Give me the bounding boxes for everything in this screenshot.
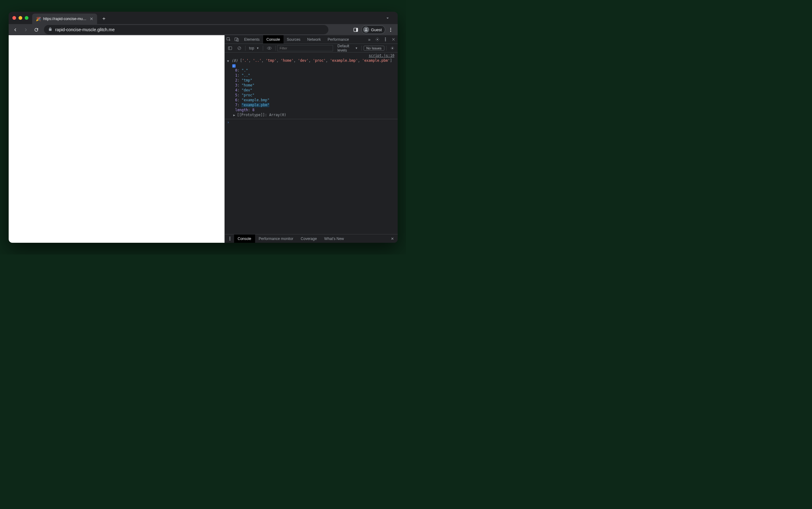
tab-title: https://rapid-concise-muscle.g <box>43 17 87 21</box>
close-window-button[interactable] <box>12 16 16 20</box>
array-summary: (8) ['.', '..', 'tmp', 'home', 'dev', 'p… <box>231 58 392 63</box>
browser-window: 🎉 https://rapid-concise-muscle.g ✕ ＋ rap… <box>9 12 398 243</box>
title-bar: 🎉 https://rapid-concise-muscle.g ✕ ＋ <box>9 12 398 24</box>
devtools-panel: Elements Console Sources Network Perform… <box>224 35 398 243</box>
devtools-close-button[interactable] <box>389 37 398 42</box>
console-settings-button[interactable] <box>388 45 397 52</box>
svg-point-10 <box>385 39 385 39</box>
context-selector[interactable]: top▼ <box>247 45 261 52</box>
url-text: rapid-concise-muscle.glitch.me <box>55 27 115 32</box>
array-item-row[interactable]: 4: "dev" <box>225 88 398 93</box>
lock-icon <box>48 27 52 32</box>
more-tabs-button[interactable]: » <box>366 37 374 42</box>
clear-console-button[interactable] <box>235 45 243 52</box>
log-levels-selector[interactable]: Default levels▼ <box>336 45 360 52</box>
console-output[interactable]: script.js:10 ▼ (8) ['.', '..', 'tmp', 'h… <box>225 53 398 234</box>
array-item-row[interactable]: 0: "." <box>225 68 398 73</box>
new-tab-button[interactable]: ＋ <box>100 14 108 23</box>
svg-point-17 <box>229 238 230 239</box>
devtools-tabbar: Elements Console Sources Network Perform… <box>225 35 398 44</box>
forward-button[interactable] <box>22 25 30 34</box>
drawer-menu-button[interactable] <box>226 236 234 241</box>
svg-rect-1 <box>356 28 358 31</box>
live-expression-button[interactable] <box>265 45 274 52</box>
svg-point-14 <box>269 47 270 48</box>
reload-button[interactable] <box>32 25 41 34</box>
info-icon[interactable]: i <box>232 64 236 68</box>
array-item-row[interactable]: 2: "tmp" <box>225 78 398 83</box>
devtools-tab-elements[interactable]: Elements <box>241 35 263 43</box>
drawer-tab-console[interactable]: Console <box>234 234 255 243</box>
tab-close-icon[interactable]: ✕ <box>90 16 93 21</box>
svg-point-3 <box>390 29 391 30</box>
svg-point-16 <box>229 237 230 238</box>
array-item-row[interactable]: 1: ".." <box>225 73 398 78</box>
svg-point-15 <box>392 47 393 49</box>
console-prompt[interactable]: › <box>225 119 398 125</box>
minimize-window-button[interactable] <box>19 16 22 20</box>
console-toolbar: top▼ Default levels▼ No Issues <box>225 44 398 53</box>
array-item-row[interactable]: 7: "example.pbm" <box>225 103 398 107</box>
devtools-tab-console[interactable]: Console <box>263 35 284 43</box>
expand-toggle[interactable]: ▼ <box>227 59 229 64</box>
console-log-row[interactable]: ▼ (8) ['.', '..', 'tmp', 'home', 'dev', … <box>225 58 398 68</box>
array-length-row: length: 8 <box>225 107 398 112</box>
drawer-close-button[interactable]: ✕ <box>388 237 397 241</box>
devtools-tab-sources[interactable]: Sources <box>284 35 304 43</box>
devtools-tab-performance[interactable]: Performance <box>324 35 352 43</box>
array-item-row[interactable]: 6: "example.bmp" <box>225 98 398 103</box>
avatar-icon <box>363 27 369 33</box>
svg-point-4 <box>390 31 391 32</box>
devtools-tab-network[interactable]: Network <box>304 35 324 43</box>
svg-point-9 <box>385 38 385 38</box>
console-filter-input[interactable] <box>277 45 333 51</box>
maximize-window-button[interactable] <box>25 16 28 20</box>
profile-button[interactable]: Guest <box>362 25 385 34</box>
devtools-menu-button[interactable] <box>381 37 389 42</box>
array-item-row[interactable]: 5: "proc" <box>225 93 398 98</box>
console-sidebar-toggle[interactable] <box>226 45 234 52</box>
content-area: Elements Console Sources Network Perform… <box>9 35 398 243</box>
inspect-element-button[interactable] <box>225 35 233 43</box>
devtools-drawer: Console Performance monitor Coverage Wha… <box>225 234 398 243</box>
svg-rect-6 <box>235 38 238 41</box>
source-link[interactable]: script.js:10 <box>225 53 398 58</box>
svg-point-2 <box>390 28 391 29</box>
device-toolbar-button[interactable] <box>233 35 241 43</box>
chrome-menu-button[interactable] <box>386 25 395 34</box>
omnibox[interactable]: rapid-concise-muscle.glitch.me <box>44 25 329 34</box>
array-item-row[interactable]: 3: "home" <box>225 83 398 88</box>
devtools-settings-button[interactable] <box>374 37 381 42</box>
svg-point-8 <box>377 39 378 40</box>
address-bar: rapid-concise-muscle.glitch.me Guest <box>9 24 398 35</box>
issues-button[interactable]: No Issues <box>364 46 384 50</box>
back-button[interactable] <box>11 25 20 34</box>
tab-overview-button[interactable] <box>383 13 392 22</box>
svg-point-18 <box>229 240 230 240</box>
svg-rect-5 <box>227 38 229 40</box>
page-viewport[interactable] <box>9 35 224 243</box>
window-controls <box>12 16 28 20</box>
tab-favicon: 🎉 <box>36 17 41 21</box>
drawer-tab-whatsnew[interactable]: What's New <box>321 234 348 243</box>
drawer-tab-perfmon[interactable]: Performance monitor <box>255 234 297 243</box>
prototype-row[interactable]: ▶[[Prototype]]: Array(0) <box>225 112 398 118</box>
side-panel-button[interactable] <box>351 25 360 34</box>
profile-label: Guest <box>371 28 382 32</box>
drawer-tab-coverage[interactable]: Coverage <box>297 234 321 243</box>
svg-point-11 <box>385 40 385 41</box>
browser-tab[interactable]: 🎉 https://rapid-concise-muscle.g ✕ <box>32 13 97 24</box>
